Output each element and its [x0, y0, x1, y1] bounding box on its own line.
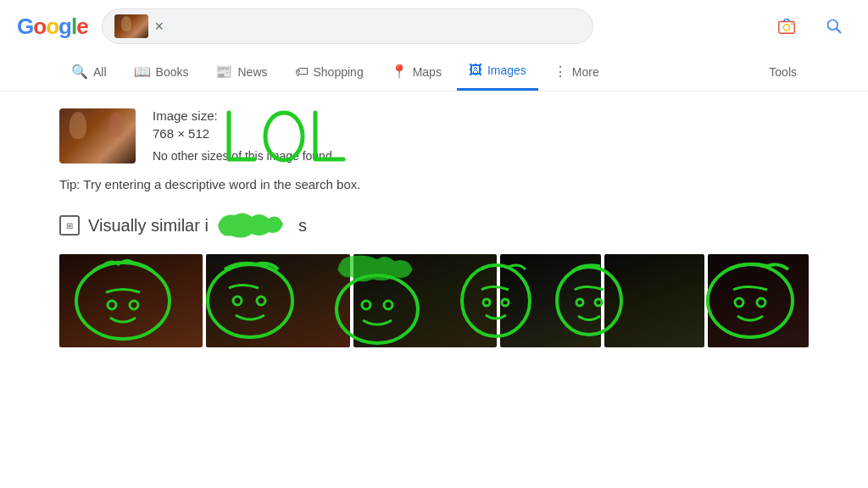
image-dimensions: 768 × 512	[153, 126, 336, 141]
search-nav-icon: 🔍	[71, 64, 88, 80]
result-thumbnail	[59, 108, 136, 164]
nav-item-shopping[interactable]: 🏷 Shopping	[283, 54, 376, 90]
tools-button[interactable]: Tools	[757, 55, 809, 89]
nav-item-news[interactable]: 📰 News	[203, 53, 279, 90]
nav-label-maps: Maps	[413, 65, 442, 79]
shopping-nav-icon: 🏷	[295, 64, 309, 80]
image-result-row: Image size: 768 × 512 No other sizes of …	[59, 108, 809, 164]
tip-text: Tip: Try entering a descriptive word in …	[59, 177, 809, 191]
images-nav-icon: 🖼	[469, 63, 482, 78]
grid-image-1[interactable]	[59, 254, 203, 347]
main-content: Image size: 768 × 512 No other sizes of …	[0, 92, 868, 364]
news-nav-icon: 📰	[215, 64, 232, 80]
visually-similar-label: Visually similar i	[88, 216, 209, 236]
grid-image-2[interactable]	[206, 254, 349, 347]
search-icon	[826, 18, 843, 35]
close-icon[interactable]: ×	[155, 18, 164, 36]
search-bar[interactable]: ×	[102, 8, 593, 44]
image-grid-container	[59, 254, 809, 347]
green-blob-annotation	[214, 208, 290, 242]
grid-image-5[interactable]	[604, 254, 705, 347]
svg-line-4	[837, 29, 841, 33]
nav-item-all[interactable]: 🔍 All	[59, 53, 119, 90]
nav-label-news: News	[237, 65, 267, 79]
maps-nav-icon: 📍	[391, 64, 408, 80]
books-nav-icon: 📖	[134, 64, 151, 80]
nav-item-images[interactable]: 🖼 Images	[457, 53, 538, 91]
camera-search-button[interactable]	[770, 9, 804, 43]
nav-label-shopping: Shopping	[314, 65, 364, 79]
nav-label-images: Images	[487, 64, 526, 77]
result-info: Image size: 768 × 512 No other sizes of …	[153, 108, 336, 163]
visually-similar-suffix: s	[298, 216, 307, 236]
nav-item-books[interactable]: 📖 Books	[122, 53, 201, 90]
search-button[interactable]	[817, 9, 851, 43]
no-other-sizes-text: No other sizes of this image found.	[153, 149, 336, 163]
nav-bar: 🔍 All 📖 Books 📰 News 🏷 Shopping 📍 Maps 🖼…	[0, 53, 868, 92]
more-nav-icon: ⋮	[554, 64, 567, 80]
search-image-thumbnail	[114, 14, 148, 38]
nav-label-books: Books	[156, 65, 189, 79]
image-size-label: Image size:	[153, 108, 336, 123]
svg-point-1	[783, 25, 789, 30]
camera-icon	[777, 17, 796, 36]
nav-label-all: All	[93, 65, 107, 79]
header-icons	[770, 9, 851, 43]
svg-point-2	[792, 23, 793, 25]
nav-item-more[interactable]: ⋮ More	[542, 53, 611, 90]
grid-image-3[interactable]	[353, 254, 497, 347]
grid-image-4[interactable]	[500, 254, 601, 347]
visually-similar-header: ⊞ Visually similar i s	[59, 208, 809, 242]
header: Google ×	[0, 0, 868, 53]
image-grid	[59, 254, 809, 347]
grid-image-6[interactable]	[708, 254, 809, 347]
nav-item-maps[interactable]: 📍 Maps	[379, 53, 453, 90]
similar-images-icon: ⊞	[59, 215, 80, 236]
google-logo: Google	[17, 14, 88, 40]
nav-label-more: More	[572, 65, 599, 79]
